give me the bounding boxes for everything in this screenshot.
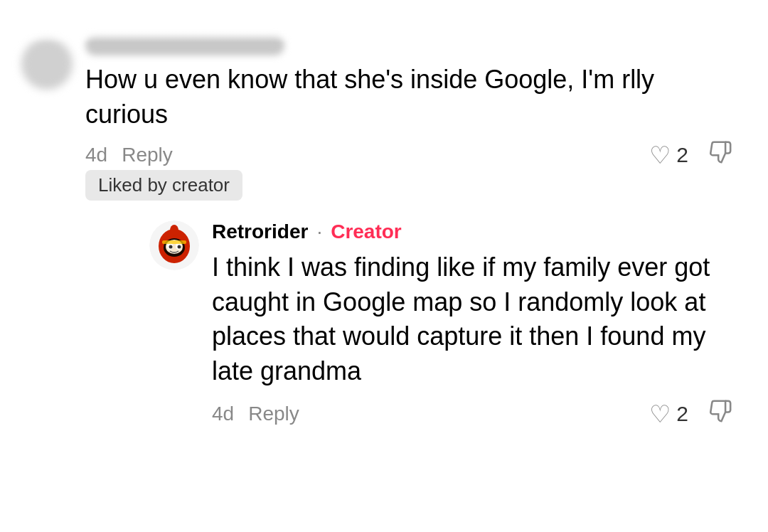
dislike-icon[interactable] — [708, 140, 732, 170]
comment-text: How u even know that she's inside Google… — [85, 63, 668, 132]
svg-rect-9 — [162, 240, 186, 244]
like-count: 2 — [676, 143, 688, 167]
heart-icon[interactable]: ♡ — [649, 141, 671, 169]
reply-username: Retrorider — [212, 220, 308, 243]
comment-content: How u even know that she's inside Google… — [85, 36, 747, 429]
reply-button-nested[interactable]: Reply — [248, 403, 299, 425]
reply-heart-icon[interactable]: ♡ — [649, 400, 671, 428]
reply-button[interactable]: Reply — [122, 144, 173, 166]
reply-text: I think I was finding like if my family … — [212, 250, 732, 388]
reply-username-row: Retrorider · Creator — [212, 220, 732, 243]
liked-by-creator-badge: Liked by creator — [85, 170, 242, 201]
avatar — [21, 38, 73, 90]
reply-avatar — [149, 220, 199, 270]
reply-row: Retrorider · Creator I think I was findi… — [149, 220, 732, 428]
svg-point-6 — [169, 245, 173, 249]
reply-body: Retrorider · Creator I think I was findi… — [212, 220, 732, 428]
creator-badge: Creator — [331, 220, 402, 243]
like-area: ♡ 2 — [649, 140, 732, 170]
svg-point-7 — [178, 245, 181, 249]
reply-time: 4d — [212, 403, 234, 425]
reply-like-area: ♡ 2 — [649, 399, 732, 429]
comment-time: 4d — [85, 144, 107, 166]
comment-row: How u even know that she's inside Google… — [21, 14, 747, 429]
reply-dislike-icon[interactable] — [708, 399, 732, 429]
comment-meta: 4d Reply ♡ 2 — [85, 140, 732, 170]
svg-point-8 — [170, 225, 178, 236]
reply-like-count: 2 — [676, 402, 688, 426]
reply-meta: 4d Reply ♡ 2 — [212, 399, 732, 429]
dot-separator: · — [316, 220, 322, 243]
